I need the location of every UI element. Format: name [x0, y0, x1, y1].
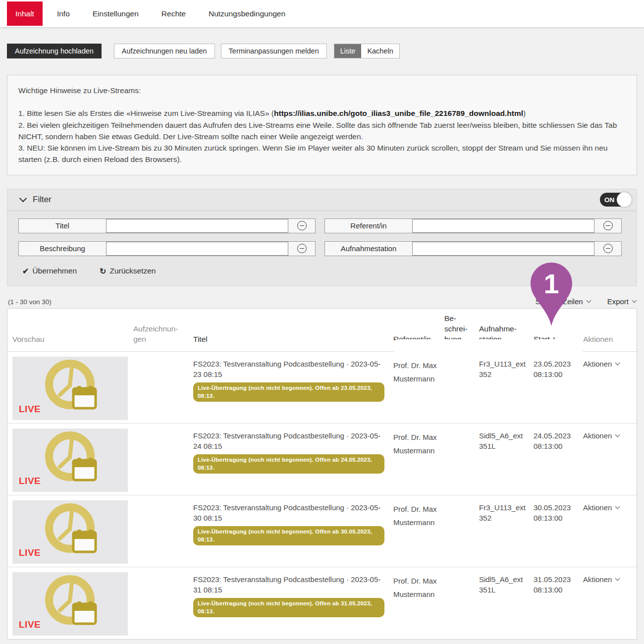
table-row: LIVE FS2023: Testveranstaltung Podcastbe…: [7, 352, 637, 424]
aufzeichnungen-cell: [133, 495, 193, 567]
aktionen-cell: Aktionen: [583, 352, 632, 423]
notice-item-1-text: 1. Bitte lesen Sie als Erstes die «Hinwe…: [18, 109, 274, 117]
titel-cell: FS2023: Testveranstaltung Podcastbestell…: [193, 424, 393, 495]
notice-item-1-suffix: ): [523, 109, 526, 117]
notice-item-2: 2. Bei vielen gleichzeitigen Teilnehmend…: [18, 119, 626, 143]
table-row: LIVE FS2023: Testveranstaltung Podcastbe…: [7, 424, 637, 495]
filter-titel-remove-button[interactable]: [288, 221, 315, 230]
live-status-badge: Live-Übertragung (noch nicht begonnen). …: [193, 526, 384, 545]
beschreibung-cell: [444, 567, 479, 639]
refresh-icon: ↻: [100, 267, 106, 276]
minus-circle-icon: [603, 221, 613, 230]
tab-rechte[interactable]: Rechte: [153, 0, 194, 27]
tab-bar: Inhalt Info Einstellungen Rechte Nutzung…: [0, 0, 644, 27]
notice-heading: Wichtige Hinweise zu Live-Streams:: [18, 85, 626, 96]
referent-cell: Prof. Dr. Max Mustermann: [393, 495, 444, 567]
column-header-vorschau: Vorschau: [12, 334, 133, 345]
aufnahmestation-cell: Fr3_U113_ext352: [479, 495, 534, 567]
preview-cell: LIVE: [12, 352, 133, 423]
filter-field-titel-label: Titel: [19, 221, 106, 230]
annotation-white-smudge: [391, 339, 586, 353]
table-row: LIVE FS2023: Testveranstaltung Podcastbe…: [7, 495, 637, 567]
filter-referent-input[interactable]: [412, 219, 594, 233]
export-dropdown[interactable]: Export: [607, 297, 636, 306]
notice-item-1: 1. Bitte lesen Sie als Erstes die «Hinwe…: [18, 107, 626, 119]
view-switcher: Liste Kacheln: [334, 44, 400, 58]
recording-title-link[interactable]: FS2023: Testveranstaltung Podcastbestell…: [193, 575, 380, 594]
start-cell: 23.05.2023 08:13:00: [534, 352, 583, 423]
filter-field-referent: Referent/in: [324, 218, 622, 233]
view-list-button[interactable]: Liste: [334, 44, 362, 58]
aktionen-cell: Aktionen: [583, 567, 632, 639]
chevron-down-icon: [615, 504, 620, 509]
aufnahmestation-cell: Sidl5_A6_ext351L: [479, 424, 534, 495]
live-label: LIVE: [19, 475, 41, 488]
recording-title-link[interactable]: FS2023: Testveranstaltung Podcastbestell…: [193, 503, 380, 522]
tab-inhalt[interactable]: Inhalt: [7, 1, 43, 26]
annotation-pin-marker: 1: [529, 262, 574, 327]
upload-recording-button[interactable]: Aufzeichnung hochladen: [7, 44, 102, 58]
toolbar: Aufzeichnung hochladen Aufzeichnungen ne…: [7, 44, 637, 58]
column-header-titel[interactable]: Titel: [193, 334, 393, 345]
live-label: LIVE: [19, 546, 41, 560]
chevron-down-icon: [615, 360, 620, 365]
filter-field-referent-label: Referent/in: [325, 221, 412, 230]
live-preview-thumbnail[interactable]: LIVE: [12, 500, 128, 564]
start-cell: 30.05.2023 08:13:00: [534, 495, 583, 567]
minus-circle-icon: [297, 244, 307, 253]
filter-header[interactable]: Filter ON: [7, 189, 637, 211]
live-preview-thumbnail[interactable]: LIVE: [12, 357, 128, 420]
page: { "tabs": { "items": [ { "label": "Inhal…: [0, 0, 644, 644]
filter-toggle-label: ON: [604, 196, 614, 204]
recording-title-link[interactable]: FS2023: Testveranstaltung Podcastbestell…: [193, 431, 380, 450]
report-schedule-change-button[interactable]: Terminanpassungen melden: [221, 44, 327, 58]
referent-cell: Prof. Dr. Max Mustermann: [393, 567, 444, 639]
annotation-step-number: 1: [543, 268, 559, 299]
referent-cell: Prof. Dr. Max Mustermann: [393, 352, 444, 423]
filter-referent-remove-button[interactable]: [594, 221, 621, 230]
tab-info[interactable]: Info: [49, 0, 78, 27]
tab-nutzungsbedingungen[interactable]: Nutzungsbedingungen: [200, 0, 294, 27]
start-cell: 31.05.2023 08:13:00: [534, 567, 583, 639]
titel-cell: FS2023: Testveranstaltung Podcastbestell…: [193, 352, 393, 423]
filter-beschreibung-remove-button[interactable]: [288, 244, 315, 253]
recording-title-link[interactable]: FS2023: Testveranstaltung Podcastbestell…: [193, 360, 380, 378]
check-icon: ✔: [22, 267, 29, 276]
aufzeichnungen-cell: [133, 567, 193, 639]
filter-beschreibung-input[interactable]: [106, 242, 288, 256]
view-tiles-button[interactable]: Kacheln: [361, 44, 399, 58]
notice-download-link[interactable]: https://ilias.unibe.ch/goto_ilias3_unibe…: [274, 109, 523, 117]
preview-cell: LIVE: [12, 495, 133, 567]
tab-einstellungen[interactable]: Einstellungen: [84, 0, 147, 27]
filter-field-titel: Titel: [18, 218, 316, 233]
live-stream-notice-box: Wichtige Hinweise zu Live-Streams: 1. Bi…: [7, 75, 637, 175]
notice-item-3: 3. NEU: Sie können im Live-Stream bis zu…: [18, 142, 626, 165]
titel-cell: FS2023: Testveranstaltung Podcastbestell…: [193, 495, 393, 567]
row-actions-dropdown[interactable]: Aktionen: [583, 359, 619, 369]
chevron-down-icon: [615, 576, 620, 581]
beschreibung-cell: [444, 495, 479, 567]
row-actions-dropdown[interactable]: Aktionen: [583, 430, 619, 441]
beschreibung-cell: [444, 424, 479, 495]
referent-cell: Prof. Dr. Max Mustermann: [393, 424, 444, 495]
live-preview-thumbnail[interactable]: LIVE: [12, 429, 128, 492]
filter-apply-button[interactable]: ✔ Übernehmen: [22, 267, 77, 276]
filter-toggle[interactable]: ON: [600, 193, 631, 207]
live-status-badge: Live-Übertragung (noch nicht begonnen). …: [193, 454, 384, 474]
filter-titel-input[interactable]: [106, 219, 288, 233]
aktionen-cell: Aktionen: [583, 424, 632, 495]
live-preview-thumbnail[interactable]: LIVE: [12, 572, 128, 636]
reload-recordings-button[interactable]: Aufzeichnungen neu laden: [114, 44, 215, 58]
result-count: (1 - 30 von 30): [8, 298, 52, 306]
row-actions-dropdown[interactable]: Aktionen: [583, 574, 619, 585]
chevron-down-icon: [586, 298, 591, 303]
filter-reset-button[interactable]: ↻ Zurücksetzen: [100, 267, 156, 276]
live-label: LIVE: [19, 403, 41, 416]
filter-aufnahmestation-remove-button[interactable]: [594, 244, 621, 253]
chevron-down-icon: [632, 298, 637, 303]
titel-cell: FS2023: Testveranstaltung Podcastbestell…: [193, 567, 393, 639]
row-actions-dropdown[interactable]: Aktionen: [583, 502, 619, 513]
filter-aufnahmestation-input[interactable]: [412, 242, 594, 256]
filter-apply-label: Übernehmen: [32, 267, 77, 275]
chevron-down-icon: [615, 432, 620, 437]
